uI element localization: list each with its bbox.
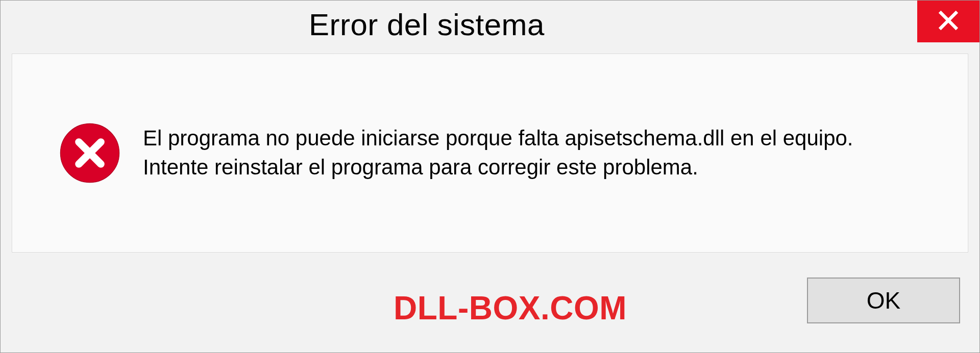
dialog-title: Error del sistema bbox=[309, 7, 545, 42]
error-icon bbox=[59, 122, 120, 184]
error-dialog: Error del sistema El programa no puede i… bbox=[0, 0, 980, 353]
close-icon bbox=[937, 9, 960, 34]
dialog-body: El programa no puede iniciarse porque fa… bbox=[12, 54, 968, 253]
titlebar: Error del sistema bbox=[1, 1, 979, 48]
dialog-footer: DLL-BOX.COM OK bbox=[1, 268, 979, 352]
ok-button[interactable]: OK bbox=[807, 278, 960, 323]
error-message: El programa no puede iniciarse porque fa… bbox=[143, 124, 909, 182]
close-button[interactable] bbox=[917, 1, 979, 42]
watermark-text: DLL-BOX.COM bbox=[394, 289, 627, 327]
